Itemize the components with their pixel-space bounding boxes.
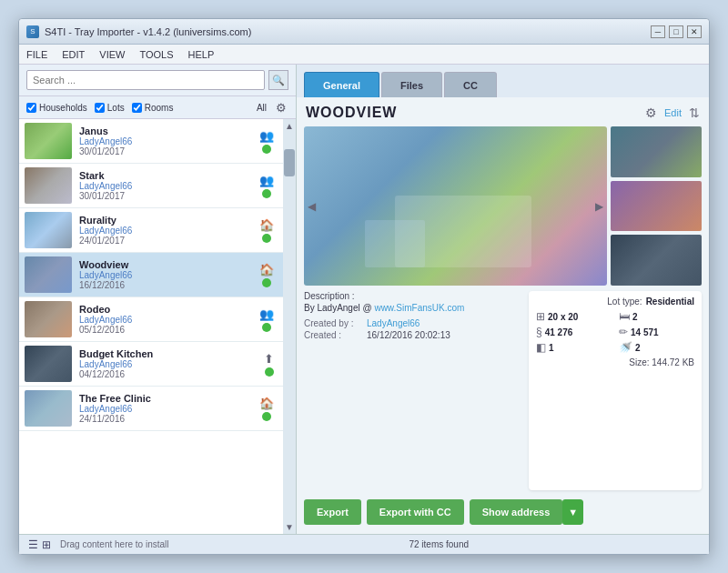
drag-install-text: Drag content here to install [60,539,169,549]
maximize-button[interactable]: □ [669,25,683,38]
item-info: Woodview LadyAngel66 16/12/2016 [79,259,259,290]
item-name: The Free Clinic [79,393,259,404]
item-date: 24/11/2016 [79,414,259,424]
left-panel: 🔍 Households Lots Rooms All ⚙ [19,65,297,534]
item-date: 05/12/2016 [79,325,259,335]
window-controls: ─ □ ✕ [651,25,702,38]
item-list: Janus LadyAngel66 30/01/2017 👥 [19,119,283,534]
item-author: LadyAngel66 [79,226,259,236]
menu-bar: FILE EDIT VIEW TOOLS HELP [19,45,709,65]
filter-households[interactable]: Households [26,103,87,113]
menu-file[interactable]: FILE [26,49,47,60]
status-bar: ☰ ⊞ Drag content here to install 72 item… [19,534,709,554]
status-dot [262,412,271,421]
cost-icon: § [536,326,542,338]
gallery-next-button[interactable]: ▶ [595,200,603,213]
item-date: 16/12/2016 [79,280,259,290]
list-item-selected[interactable]: Woodview LadyAngel66 16/12/2016 🏠 [19,253,283,297]
item-thumbnail [25,390,72,427]
stat-floors-value: 1 [549,343,554,353]
list-item[interactable]: Stark LadyAngel66 30/01/2017 👥 [19,164,283,208]
list-item[interactable]: Budget Kitchen LadyAngel66 04/12/2016 ⬆ [19,342,283,387]
export-button[interactable]: Export [304,499,361,525]
content-title: WOODVIEW [306,105,397,121]
stat-cost: § 41 276 [536,326,612,338]
menu-edit[interactable]: EDIT [62,49,85,60]
minimize-button[interactable]: ─ [651,25,665,38]
item-info: Rodeo LadyAngel66 05/12/2016 [79,304,259,335]
title-actions: ⚙ Edit ⇅ [645,106,700,120]
button-row: Export Export with CC Show address ▼ [304,496,702,527]
thumbnail-image[interactable] [611,235,702,286]
scrollbar[interactable]: ▲ ▼ [283,119,296,534]
close-button[interactable]: ✕ [687,25,702,38]
description-meta: Created by : LadyAngel66 Created : 16/12… [304,318,521,340]
show-address-dropdown[interactable]: ▼ [562,499,583,525]
menu-tools[interactable]: TOOLS [139,49,173,60]
item-thumbnail [25,301,72,337]
item-info: Budget Kitchen LadyAngel66 04/12/2016 [79,348,264,379]
status-icons: ☰ ⊞ [28,538,51,551]
show-address-button[interactable]: Show address [470,499,563,525]
title-bar-left: S S4TI - Tray Importer - v1.4.2 (luniver… [26,25,251,38]
tab-general[interactable]: General [304,72,379,97]
item-thumbnail [25,256,72,293]
filter-lots[interactable]: Lots [95,103,125,113]
list-item[interactable]: The Free Clinic LadyAngel66 24/11/2016 🏠 [19,387,283,431]
grid-view-button[interactable]: ⊞ [42,538,51,551]
lot-type-value: Residential [646,297,694,307]
filter-rooms[interactable]: Rooms [132,103,174,113]
settings-icon[interactable]: ⚙ [645,106,657,120]
stat-beds: 🛏 2 [619,310,694,323]
list-item[interactable]: Rodeo LadyAngel66 05/12/2016 👥 [19,297,283,342]
nav-icon[interactable]: ⇅ [689,106,700,120]
created-row: Created : 16/12/2016 20:02:13 [304,330,521,340]
item-date: 30/01/2017 [79,191,259,201]
bed-icon: 🛏 [619,310,630,323]
main-area: 🔍 Households Lots Rooms All ⚙ [19,65,709,534]
item-author: LadyAngel66 [79,404,259,414]
thumbnail-image[interactable] [611,126,702,177]
main-image: ◀ ▶ [304,126,607,286]
lot-icon: 🏠 [259,218,274,232]
created-value: 16/12/2016 20:02:13 [367,330,450,340]
item-info: The Free Clinic LadyAngel66 24/11/2016 [79,393,259,424]
filter-bar: Households Lots Rooms All ⚙ [19,96,296,119]
stat-size-value: 20 x 20 [548,312,578,322]
menu-view[interactable]: VIEW [99,49,125,60]
tab-cc[interactable]: CC [444,72,497,97]
stat-cost-value: 41 276 [545,327,573,337]
item-author: LadyAngel66 [79,136,259,146]
list-item[interactable]: Rurality LadyAngel66 24/01/2017 🏠 [19,208,283,253]
thumbnail-column [611,126,702,286]
item-icons: 👥 [259,129,274,154]
edit-link[interactable]: Edit [664,107,682,118]
scroll-down-arrow[interactable]: ▼ [285,522,294,532]
list-item[interactable]: Janus LadyAngel66 30/01/2017 👥 [19,119,283,164]
content-title-row: WOODVIEW ⚙ Edit ⇅ [304,105,702,121]
file-size-row: Size: 144.72 KB [536,357,694,367]
menu-help[interactable]: HELP [188,49,215,60]
search-input[interactable] [26,70,265,90]
filter-settings-button[interactable]: ⚙ [274,100,288,115]
scroll-up-arrow[interactable]: ▲ [285,121,294,131]
description-link[interactable]: www.SimFansUK.com [374,303,464,313]
status-dot [262,145,271,154]
search-button[interactable]: 🔍 [268,70,288,90]
stat-baths: 🚿 2 [619,341,694,354]
tab-files[interactable]: Files [381,72,442,97]
main-window: S S4TI - Tray Importer - v1.4.2 (luniver… [18,18,710,555]
item-name: Rurality [79,215,259,226]
thumbnail-image[interactable] [611,181,702,232]
content-area: WOODVIEW ⚙ Edit ⇅ ◀ ▶ [297,97,709,534]
item-date: 30/01/2017 [79,146,259,156]
item-icons: 🏠 [259,397,274,421]
item-author: LadyAngel66 [79,359,264,369]
item-thumbnail [25,167,72,204]
stats-box: Lot type: Residential ⊞ 20 x 20 🛏 2 [529,291,702,490]
gallery-prev-button[interactable]: ◀ [308,200,316,213]
item-thumbnail [25,346,72,382]
scrollbar-thumb[interactable] [284,149,295,176]
list-view-button[interactable]: ☰ [28,538,38,551]
export-with-cc-button[interactable]: Export with CC [367,499,464,525]
